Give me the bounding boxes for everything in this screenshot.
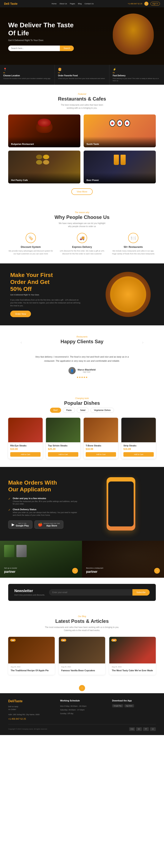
apple-icon: 🍎: [38, 522, 42, 527]
newsletter-title: Newsletter: [14, 589, 45, 593]
restaurants-count-icon: 🍽️: [128, 233, 138, 243]
ribeye-add-button[interactable]: Add to Cart: [10, 452, 41, 457]
blog-1-title: The Traditional Recipe Of Apple Pie: [11, 669, 52, 672]
tbone-add-button[interactable]: Add to Cart: [86, 452, 116, 457]
footer-google-play[interactable]: Google Play: [112, 704, 123, 707]
app-content: Make Orders With Our Application ✓ Order…: [8, 479, 78, 529]
testimonials-tag: Restaurants: [8, 336, 156, 338]
why-tag: The reason why: [8, 211, 156, 214]
dish-tab-vegetarian[interactable]: Vegetarian Dishes: [90, 408, 114, 413]
restaurant-partner-subtitle: Become a restaurant: [86, 567, 160, 569]
app-features: ✓ Order and pay in a few minutes Choose …: [8, 497, 78, 516]
dish-tabs: Beef Pasta Salad Vegetarian Dishes: [8, 408, 156, 413]
testimonial-stars: ★★★★★: [8, 376, 156, 379]
popular-title: Popular Dishes: [8, 400, 156, 406]
step-3-title: Fast Delivery: [113, 74, 161, 77]
blog-3-title: The Most Tasty Cake We've Ever Made: [112, 669, 153, 672]
nav-about[interactable]: About Us: [60, 3, 67, 5]
food-icon: 🍔: [58, 68, 106, 71]
blog-2-date: Aug 29, 2022: [61, 666, 103, 668]
blog-2-info: Aug 29, 2022 Famous Vanilla Bean Cupcake…: [59, 663, 105, 675]
blog-card-2[interactable]: 📅 Aug 29, 2022 Famous Vanilla Bean Cupca…: [59, 637, 105, 675]
footer-col-schedule: Working Schedule Mon-Friday: 08:00am - 0…: [60, 700, 104, 720]
feature-1-title: Order and pay in a few minutes: [13, 497, 78, 500]
nav-pages[interactable]: Pages: [70, 3, 75, 5]
restaurant-partner-content: Become a restaurant partner: [86, 567, 160, 574]
feature-2-desc: When you order us, you can always track …: [13, 511, 78, 516]
popular-dishes-section: Changing taste Popular Dishes Beef Pasta…: [0, 389, 164, 467]
hero-title: We Deliver The Taste Of Life: [8, 21, 80, 37]
signin-button[interactable]: Sign In: [151, 2, 160, 5]
ribeye-name: Rib-Eye Steaks: [10, 444, 41, 447]
testimonial-next-button[interactable]: ›: [142, 340, 143, 345]
dish-tab-salad[interactable]: Salad: [77, 408, 89, 413]
google-play-button[interactable]: ▶ GET IT ON Google Play: [8, 521, 32, 529]
strip-add-button[interactable]: Add to Cart: [123, 452, 154, 457]
footer-app-store[interactable]: App Store: [125, 704, 134, 707]
hero-search-input[interactable]: [8, 45, 60, 51]
view-more-button[interactable]: View More: [71, 188, 93, 195]
feature-1-desc: Choose the restaurant you like, fill in …: [13, 500, 78, 505]
nav-contact[interactable]: Contact Us: [85, 3, 94, 5]
footer-hours-weekday: Mon-Friday: 08:00am - 09:30pm: [60, 704, 104, 708]
step-2-num: 02: [58, 72, 106, 74]
pastry-label: Hot Pastry Cafe: [8, 173, 80, 183]
hero-search-button[interactable]: Search: [60, 45, 74, 51]
discount-icon: 🏷️: [26, 233, 36, 243]
restaurant-card-sushi[interactable]: Sushi Taste: [84, 115, 156, 147]
newsletter-subscribe-button[interactable]: Subscribe: [132, 589, 150, 595]
macarons-visual: [36, 155, 53, 164]
restaurant-card-bulgarian[interactable]: Bulgarian Restaurant: [8, 115, 80, 147]
why-item-2-desc: 12% discount for the first order. We mak…: [60, 250, 104, 255]
check-icon-1: ✓: [8, 497, 11, 500]
why-title: Why People Choose Us: [8, 214, 156, 220]
footer-phone: +1-456 847 52 25: [8, 718, 52, 720]
cart-icon[interactable]: 🛒: [144, 2, 149, 6]
app-store-button[interactable]: 🍎 DOWNLOAD ON THE App Store: [34, 521, 63, 529]
sushi-roll-2: [117, 120, 123, 127]
promo-title: Make Your First Order And Get 50% Off: [10, 272, 82, 292]
why-subtitle: We have many advantages we can let you h…: [8, 222, 156, 228]
dish-tab-beef[interactable]: Beef: [50, 408, 61, 413]
promo-order-button[interactable]: Order Now: [10, 311, 31, 317]
sushi-roll-1: [109, 120, 116, 127]
strip-image: [121, 418, 156, 442]
partner-avatars: [4, 545, 27, 557]
promo-subtitle: Get It Delivered Right To Your Door.: [10, 293, 82, 297]
restaurant-card-beer[interactable]: Beer Power: [84, 151, 156, 183]
blog-card-3[interactable]: 📅 Aug 29, 2022 The Most Tasty Cake We've…: [109, 637, 156, 675]
partner-section: Set up a courier partner → Become a rest…: [0, 541, 164, 578]
footer-hours: Mon-Friday: 08:00am - 09:30pm Saturday: …: [60, 704, 104, 715]
main-nav: Home About Us Pages Blog Contact Us: [52, 3, 94, 5]
tbone-price: $18.99: [86, 447, 116, 451]
app-phone-mockup: [86, 477, 156, 530]
popular-tag: Changing taste: [8, 397, 156, 399]
blog-3-info: Aug 29, 2022 The Most Tasty Cake We've E…: [109, 663, 156, 675]
beer-glass-2: [121, 155, 126, 165]
blog-card-1[interactable]: 📅 Aug 29, 2022 The Traditional Recipe Of…: [8, 637, 55, 675]
why-item-discount: 🏷️ Discount System We provide many advan…: [8, 233, 53, 255]
restaurant-card-pastry[interactable]: Hot Pastry Cafe: [8, 151, 80, 183]
step-3-desc: First delivery to your door! The order i…: [113, 78, 161, 82]
feature-text-1: Order and pay in a few minutes Choose th…: [13, 497, 78, 505]
promo-banner: Make Your First Order And Get 50% Off Ge…: [0, 264, 164, 325]
header-right: +1-456 847 52 25 🛒 Sign In: [128, 2, 160, 6]
logo[interactable]: DeliTaste: [4, 2, 18, 5]
blog-grid: 📅 Aug 29, 2022 The Traditional Recipe Of…: [8, 637, 156, 675]
footer-top: DeliTaste Deli so tastyAn Order! Adm: 26…: [8, 700, 156, 720]
app-section: Make Orders With Our Application ✓ Order…: [0, 467, 164, 541]
blog-1-date: Aug 29, 2022: [11, 666, 52, 668]
nav-blog[interactable]: Blog: [78, 3, 81, 5]
courier-partner-card[interactable]: Set up a courier partner →: [0, 541, 82, 578]
amex-icon: AX: [150, 727, 156, 731]
dish-tab-pasta[interactable]: Pasta: [63, 408, 75, 413]
why-item-3-title: 50+ Restaurants: [111, 246, 156, 248]
restaurant-partner-card[interactable]: Become a restaurant partner →: [82, 541, 164, 578]
newsletter-email-input[interactable]: [49, 589, 132, 595]
ribeye-info: Rib-Eye Steaks $10.00 Add to Cart: [8, 442, 43, 459]
testimonial-prev-button[interactable]: ‹: [21, 340, 22, 345]
sirloin-add-button[interactable]: Add to Cart: [48, 452, 78, 457]
paypal-icon: PP: [143, 727, 149, 731]
footer-schedule-title: Working Schedule: [60, 700, 104, 702]
nav-home[interactable]: Home: [52, 3, 57, 5]
